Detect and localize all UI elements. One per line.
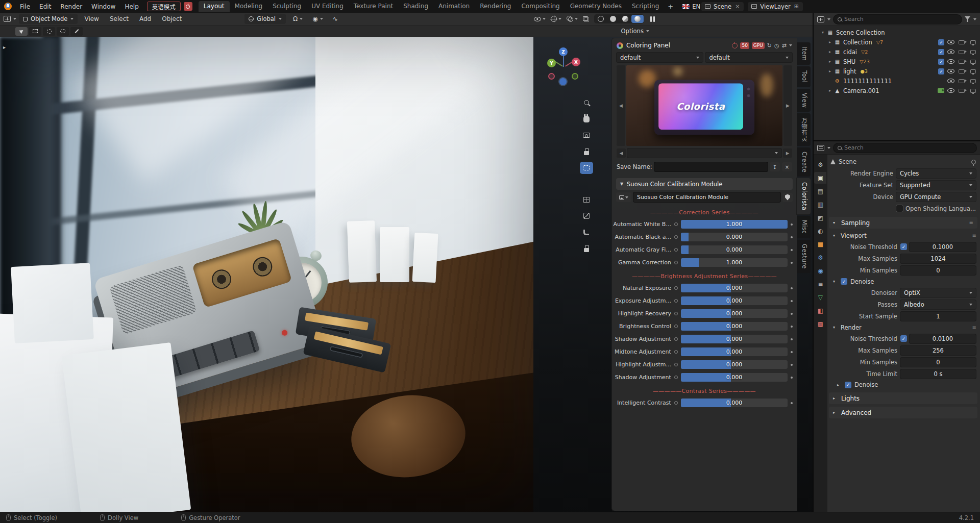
decorate-dot-icon[interactable] xyxy=(674,337,678,341)
viewport-menu-add[interactable]: Add xyxy=(135,14,155,23)
blender-logo-icon[interactable] xyxy=(4,3,12,10)
properties-tab-scene[interactable]: ◩ xyxy=(814,212,826,223)
decorate-dot-icon[interactable] xyxy=(674,312,678,315)
mode-dropdown[interactable]: Object Mode xyxy=(19,14,78,24)
keyframe-dot-icon[interactable] xyxy=(791,402,793,404)
outliner-row-1111111111111[interactable]: ⚙ 1111111111111 xyxy=(814,76,980,86)
noise-threshold-field[interactable]: 0.1000 xyxy=(910,242,976,252)
properties-tab-constraints[interactable]: ≡ xyxy=(814,278,826,290)
language-indicator[interactable]: EN xyxy=(682,3,700,10)
eye-toggle-icon[interactable] xyxy=(947,40,954,44)
sidebar-tab-misc[interactable]: Misc xyxy=(797,216,811,238)
monitor-toggle-icon[interactable] xyxy=(970,50,976,54)
sidebar-tab-gesture[interactable]: Gesture xyxy=(797,240,811,273)
keyframe-dot-icon[interactable] xyxy=(791,300,793,302)
language-mode-button[interactable]: 英语模式 xyxy=(147,2,181,11)
module-browse-button[interactable] xyxy=(616,192,631,202)
menu-window[interactable]: Window xyxy=(87,2,119,11)
outliner-row-collection[interactable]: ▸ ▦ Collection ▽7 xyxy=(814,37,980,47)
denoise-subpanel-header[interactable]: ▾ Denoise xyxy=(829,276,977,287)
chevron-down-icon[interactable] xyxy=(789,44,792,46)
decorate-dot-icon[interactable] xyxy=(674,325,678,328)
shading-material-button[interactable] xyxy=(619,15,631,23)
eye-toggle-icon[interactable] xyxy=(947,79,954,83)
pen-select-button[interactable] xyxy=(70,27,83,36)
sidebar-tab-tool[interactable]: Tool xyxy=(797,66,811,87)
workspace-tab-layout[interactable]: Layout xyxy=(199,1,230,12)
gizmo-x-axis[interactable]: X xyxy=(572,58,580,66)
outliner-row-camera-001[interactable]: ▸ ▲ Camera.001 xyxy=(814,86,980,95)
properties-search-input[interactable] xyxy=(844,144,972,151)
noise-threshold-checkbox[interactable] xyxy=(900,335,907,342)
outliner-row-scene-collection[interactable]: ▾ ▦ Scene Collection xyxy=(814,28,980,37)
module-panel-header[interactable]: ▼ Suosuo Color Calibration Module xyxy=(616,178,793,190)
denoise-collapsed-header[interactable]: ▸ Denoise xyxy=(829,380,977,390)
expander-icon[interactable]: ▾ xyxy=(820,30,825,35)
lights-panel-header[interactable]: ▸ Lights xyxy=(829,392,977,404)
value-slider[interactable]: 0.000 xyxy=(681,296,788,305)
preset-prev-button[interactable]: ◀ xyxy=(617,148,626,158)
pin-icon[interactable] xyxy=(971,160,976,164)
keyframe-dot-icon[interactable] xyxy=(791,338,793,340)
proportional-edit-button[interactable]: ◉ xyxy=(310,14,325,23)
viewport-menu-object[interactable]: Object xyxy=(158,14,186,23)
keyframe-dot-icon[interactable] xyxy=(791,377,793,379)
measure-tool-button[interactable] xyxy=(580,210,593,222)
keyframe-dot-icon[interactable] xyxy=(791,223,793,226)
gizmo-y-axis[interactable]: Y xyxy=(547,59,556,67)
workspace-tab-geometry-nodes[interactable]: Geometry Nodes xyxy=(565,1,627,12)
box-select-button[interactable] xyxy=(29,27,41,36)
expander-icon[interactable]: ▸ xyxy=(827,40,832,44)
history-icon[interactable]: ◷ xyxy=(774,42,779,49)
keyframe-dot-icon[interactable] xyxy=(791,364,793,366)
feature-set-dropdown[interactable]: Supported xyxy=(896,181,976,190)
menu-edit[interactable]: Edit xyxy=(35,2,55,11)
lock-camera-button[interactable] xyxy=(580,242,593,255)
workspace-tab-scripting[interactable]: Scripting xyxy=(627,1,664,12)
decorate-dot-icon[interactable] xyxy=(674,222,678,226)
value-slider[interactable]: 0.000 xyxy=(681,360,788,369)
stool[interactable] xyxy=(351,395,465,512)
decorate-dot-icon[interactable] xyxy=(674,350,678,354)
monitor-toggle-icon[interactable] xyxy=(970,60,976,64)
properties-tab-object[interactable]: ■ xyxy=(814,238,826,250)
keyframe-dot-icon[interactable] xyxy=(791,236,793,238)
tweak-select-button[interactable] xyxy=(15,27,28,36)
gizmo-x-negative[interactable] xyxy=(548,73,555,80)
workspace-tab-sculpting[interactable]: Sculpting xyxy=(267,1,306,12)
addon-power-button[interactable] xyxy=(184,2,192,11)
decorate-dot-icon[interactable] xyxy=(674,363,678,366)
camera-toggle-icon[interactable] xyxy=(959,40,965,44)
properties-tab-material[interactable]: ◧ xyxy=(814,305,826,316)
gpu-badge[interactable]: GPU xyxy=(752,42,765,49)
eye-toggle-icon[interactable] xyxy=(947,88,954,93)
value-slider[interactable]: 0.000 xyxy=(681,373,788,382)
navigation-gizmo[interactable]: Z Y X xyxy=(543,47,584,88)
chevron-down-icon[interactable] xyxy=(827,18,830,20)
workspace-tab-shading[interactable]: Shading xyxy=(398,1,433,12)
menu-file[interactable]: File xyxy=(16,2,34,11)
chevron-down-icon[interactable] xyxy=(13,18,16,20)
device-dropdown[interactable]: GPU Compute xyxy=(896,192,976,202)
properties-tab-data[interactable]: ▽ xyxy=(814,291,826,303)
workspace-tab-rendering[interactable]: Rendering xyxy=(475,1,516,12)
monitor-toggle-icon[interactable] xyxy=(970,69,976,73)
outliner-row-light[interactable]: ▸ ▦ light ●3 xyxy=(814,66,980,76)
camera-toggle-icon[interactable] xyxy=(959,79,965,83)
outliner-search-input[interactable] xyxy=(844,16,958,22)
value-slider[interactable]: 0.000 xyxy=(681,335,788,343)
outliner-editor-icon[interactable] xyxy=(817,16,824,22)
collection-checkbox[interactable] xyxy=(938,68,944,74)
start-sample-field[interactable]: 1 xyxy=(900,312,976,321)
sidebar-tab-colorista[interactable]: Colorista xyxy=(797,178,811,214)
properties-tab-render[interactable]: ▣ xyxy=(814,172,826,184)
circle-select-button[interactable] xyxy=(43,27,55,36)
preview-next-button[interactable]: ▶ xyxy=(783,65,792,146)
collection-checkbox[interactable] xyxy=(938,39,944,45)
visibility-dropdown[interactable] xyxy=(534,17,546,21)
falloff-icon[interactable]: ∿ xyxy=(330,14,340,23)
outliner-search[interactable] xyxy=(834,15,962,24)
filter-icon[interactable] xyxy=(965,16,970,22)
denoiser-dropdown[interactable]: OptiX xyxy=(900,288,976,297)
snap-toggle-button[interactable]: Ω xyxy=(290,14,305,23)
